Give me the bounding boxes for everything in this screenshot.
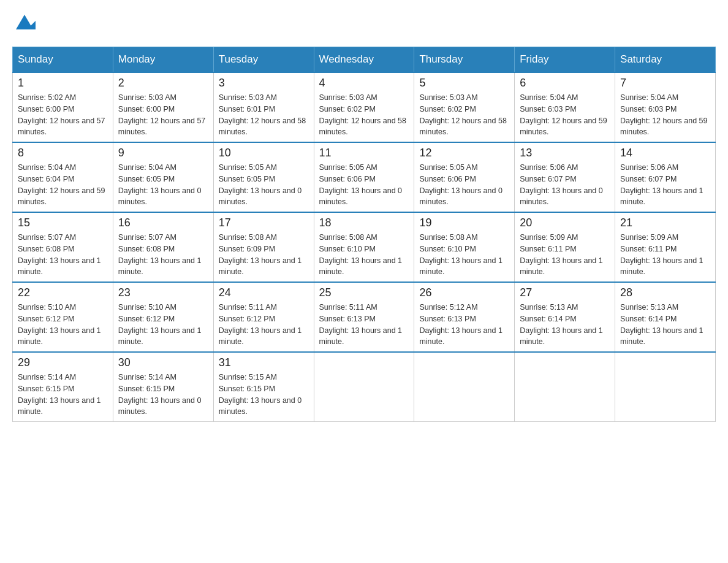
calendar-day-header: Monday: [113, 47, 213, 73]
day-number: 3: [219, 77, 309, 90]
day-number: 14: [620, 147, 710, 159]
calendar-day-cell: 20 Sunrise: 5:09 AMSunset: 6:11 PMDaylig…: [515, 212, 615, 282]
day-info: Sunrise: 5:13 AMSunset: 6:14 PMDaylight:…: [520, 302, 610, 348]
calendar-day-cell: 19 Sunrise: 5:08 AMSunset: 6:10 PMDaylig…: [414, 212, 515, 282]
day-number: 27: [520, 286, 610, 299]
calendar-day-cell: 22 Sunrise: 5:10 AMSunset: 6:12 PMDaylig…: [13, 282, 113, 352]
day-number: 1: [18, 77, 108, 90]
day-number: 18: [319, 216, 409, 229]
calendar-day-cell: 1 Sunrise: 5:02 AMSunset: 6:00 PMDayligh…: [13, 72, 113, 142]
calendar-day-cell: 30 Sunrise: 5:14 AMSunset: 6:15 PMDaylig…: [113, 352, 213, 422]
day-info: Sunrise: 5:04 AMSunset: 6:04 PMDaylight:…: [18, 162, 108, 208]
calendar-day-cell: 18 Sunrise: 5:08 AMSunset: 6:10 PMDaylig…: [314, 212, 414, 282]
calendar-day-cell: 2 Sunrise: 5:03 AMSunset: 6:00 PMDayligh…: [113, 72, 213, 142]
day-info: Sunrise: 5:06 AMSunset: 6:07 PMDaylight:…: [620, 162, 710, 208]
calendar-day-cell: 25 Sunrise: 5:11 AMSunset: 6:13 PMDaylig…: [314, 282, 414, 352]
page-header: [12, 12, 716, 34]
day-number: 26: [419, 286, 509, 299]
calendar-day-cell: 13 Sunrise: 5:06 AMSunset: 6:07 PMDaylig…: [515, 142, 615, 212]
day-info: Sunrise: 5:07 AMSunset: 6:08 PMDaylight:…: [18, 232, 108, 278]
day-info: Sunrise: 5:10 AMSunset: 6:12 PMDaylight:…: [18, 302, 108, 348]
day-info: Sunrise: 5:09 AMSunset: 6:11 PMDaylight:…: [520, 232, 610, 278]
day-number: 6: [520, 77, 610, 90]
calendar-day-cell: 6 Sunrise: 5:04 AMSunset: 6:03 PMDayligh…: [515, 72, 615, 142]
calendar-header-row: SundayMondayTuesdayWednesdayThursdayFrid…: [13, 47, 716, 73]
day-info: Sunrise: 5:08 AMSunset: 6:09 PMDaylight:…: [219, 232, 309, 278]
calendar-day-cell: 10 Sunrise: 5:05 AMSunset: 6:05 PMDaylig…: [213, 142, 314, 212]
day-number: 22: [18, 286, 108, 299]
day-number: 16: [118, 216, 208, 229]
day-number: 15: [18, 216, 108, 229]
calendar-day-header: Saturday: [615, 47, 716, 73]
calendar-day-cell: 28 Sunrise: 5:13 AMSunset: 6:14 PMDaylig…: [615, 282, 716, 352]
day-info: Sunrise: 5:04 AMSunset: 6:03 PMDaylight:…: [620, 92, 710, 138]
day-info: Sunrise: 5:02 AMSunset: 6:00 PMDaylight:…: [18, 92, 108, 138]
calendar-day-header: Tuesday: [213, 47, 314, 73]
calendar-day-cell: [515, 352, 615, 422]
calendar-day-cell: 8 Sunrise: 5:04 AMSunset: 6:04 PMDayligh…: [13, 142, 113, 212]
day-info: Sunrise: 5:08 AMSunset: 6:10 PMDaylight:…: [319, 232, 409, 278]
calendar-day-cell: 5 Sunrise: 5:03 AMSunset: 6:02 PMDayligh…: [414, 72, 515, 142]
calendar-day-cell: 9 Sunrise: 5:04 AMSunset: 6:05 PMDayligh…: [113, 142, 213, 212]
calendar-day-cell: 17 Sunrise: 5:08 AMSunset: 6:09 PMDaylig…: [213, 212, 314, 282]
day-info: Sunrise: 5:14 AMSunset: 6:15 PMDaylight:…: [18, 372, 108, 418]
day-number: 28: [620, 286, 710, 299]
calendar-day-cell: 26 Sunrise: 5:12 AMSunset: 6:13 PMDaylig…: [414, 282, 515, 352]
calendar-day-cell: 24 Sunrise: 5:11 AMSunset: 6:12 PMDaylig…: [213, 282, 314, 352]
calendar-day-cell: 21 Sunrise: 5:09 AMSunset: 6:11 PMDaylig…: [615, 212, 716, 282]
calendar-day-header: Wednesday: [314, 47, 414, 73]
day-info: Sunrise: 5:09 AMSunset: 6:11 PMDaylight:…: [620, 232, 710, 278]
calendar-week-row: 29 Sunrise: 5:14 AMSunset: 6:15 PMDaylig…: [13, 352, 716, 422]
calendar-day-header: Sunday: [13, 47, 113, 73]
day-number: 31: [219, 356, 309, 369]
calendar-day-cell: 31 Sunrise: 5:15 AMSunset: 6:15 PMDaylig…: [213, 352, 314, 422]
calendar-day-cell: 16 Sunrise: 5:07 AMSunset: 6:08 PMDaylig…: [113, 212, 213, 282]
day-number: 19: [419, 216, 509, 229]
day-number: 8: [18, 147, 108, 159]
day-info: Sunrise: 5:06 AMSunset: 6:07 PMDaylight:…: [520, 162, 610, 208]
day-info: Sunrise: 5:15 AMSunset: 6:15 PMDaylight:…: [219, 372, 309, 418]
day-info: Sunrise: 5:13 AMSunset: 6:14 PMDaylight:…: [620, 302, 710, 348]
calendar-day-cell: 12 Sunrise: 5:05 AMSunset: 6:06 PMDaylig…: [414, 142, 515, 212]
calendar-day-cell: 7 Sunrise: 5:04 AMSunset: 6:03 PMDayligh…: [615, 72, 716, 142]
day-info: Sunrise: 5:04 AMSunset: 6:03 PMDaylight:…: [520, 92, 610, 138]
day-number: 5: [419, 77, 509, 90]
day-info: Sunrise: 5:11 AMSunset: 6:12 PMDaylight:…: [219, 302, 309, 348]
calendar-day-cell: 3 Sunrise: 5:03 AMSunset: 6:01 PMDayligh…: [213, 72, 314, 142]
day-info: Sunrise: 5:10 AMSunset: 6:12 PMDaylight:…: [118, 302, 208, 348]
calendar-day-cell: 23 Sunrise: 5:10 AMSunset: 6:12 PMDaylig…: [113, 282, 213, 352]
calendar-day-cell: 15 Sunrise: 5:07 AMSunset: 6:08 PMDaylig…: [13, 212, 113, 282]
day-number: 29: [18, 356, 108, 369]
day-number: 11: [319, 147, 409, 159]
day-info: Sunrise: 5:08 AMSunset: 6:10 PMDaylight:…: [419, 232, 509, 278]
calendar-day-cell: 27 Sunrise: 5:13 AMSunset: 6:14 PMDaylig…: [515, 282, 615, 352]
logo: [12, 12, 37, 34]
day-info: Sunrise: 5:14 AMSunset: 6:15 PMDaylight:…: [118, 372, 208, 418]
day-number: 23: [118, 286, 208, 299]
day-number: 20: [520, 216, 610, 229]
day-info: Sunrise: 5:05 AMSunset: 6:06 PMDaylight:…: [419, 162, 509, 208]
day-number: 7: [620, 77, 710, 90]
day-info: Sunrise: 5:03 AMSunset: 6:02 PMDaylight:…: [419, 92, 509, 138]
day-info: Sunrise: 5:07 AMSunset: 6:08 PMDaylight:…: [118, 232, 208, 278]
day-number: 12: [419, 147, 509, 159]
day-info: Sunrise: 5:03 AMSunset: 6:01 PMDaylight:…: [219, 92, 309, 138]
day-info: Sunrise: 5:03 AMSunset: 6:02 PMDaylight:…: [319, 92, 409, 138]
calendar-week-row: 8 Sunrise: 5:04 AMSunset: 6:04 PMDayligh…: [13, 142, 716, 212]
calendar-day-cell: [414, 352, 515, 422]
calendar-day-cell: 29 Sunrise: 5:14 AMSunset: 6:15 PMDaylig…: [13, 352, 113, 422]
calendar-week-row: 15 Sunrise: 5:07 AMSunset: 6:08 PMDaylig…: [13, 212, 716, 282]
day-info: Sunrise: 5:04 AMSunset: 6:05 PMDaylight:…: [118, 162, 208, 208]
calendar-table: SundayMondayTuesdayWednesdayThursdayFrid…: [12, 47, 716, 422]
calendar-day-header: Friday: [515, 47, 615, 73]
day-number: 2: [118, 77, 208, 90]
day-info: Sunrise: 5:03 AMSunset: 6:00 PMDaylight:…: [118, 92, 208, 138]
day-info: Sunrise: 5:12 AMSunset: 6:13 PMDaylight:…: [419, 302, 509, 348]
calendar-week-row: 1 Sunrise: 5:02 AMSunset: 6:00 PMDayligh…: [13, 72, 716, 142]
day-number: 17: [219, 216, 309, 229]
calendar-week-row: 22 Sunrise: 5:10 AMSunset: 6:12 PMDaylig…: [13, 282, 716, 352]
day-number: 10: [219, 147, 309, 159]
day-number: 30: [118, 356, 208, 369]
day-number: 9: [118, 147, 208, 159]
day-number: 21: [620, 216, 710, 229]
